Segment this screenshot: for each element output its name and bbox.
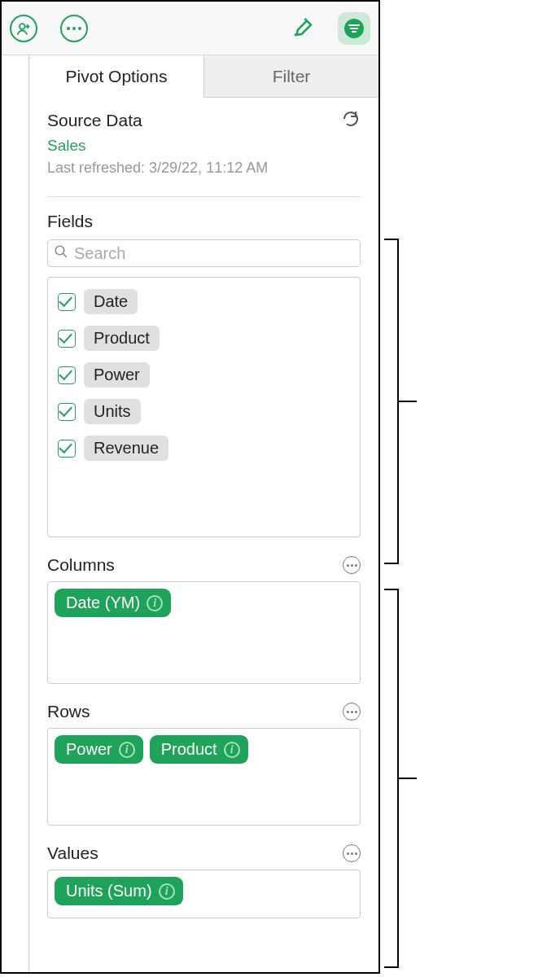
callout-bracket-layout — [384, 589, 399, 968]
tab-filter[interactable]: Filter — [204, 55, 378, 98]
field-chip[interactable]: Power — [84, 362, 150, 388]
field-row[interactable]: Date — [58, 289, 350, 314]
field-chip[interactable]: Revenue — [84, 436, 168, 461]
field-chip[interactable]: Date — [84, 289, 138, 314]
organize-button[interactable] — [338, 12, 370, 45]
source-table-link[interactable]: Sales — [47, 137, 361, 155]
field-pill[interactable]: Poweri — [55, 735, 143, 764]
callout-tick-layout — [399, 778, 417, 779]
columns-more-icon[interactable] — [343, 556, 361, 574]
search-icon — [54, 244, 68, 262]
tabs: Pivot Options Filter — [29, 55, 378, 98]
fields-list: DateProductPowerUnitsRevenue — [47, 277, 361, 537]
field-row[interactable]: Power — [58, 362, 350, 388]
field-chip[interactable]: Units — [84, 399, 141, 424]
info-icon[interactable]: i — [159, 883, 175, 900]
more-icon[interactable] — [60, 15, 88, 42]
field-pill[interactable]: Producti — [150, 735, 248, 764]
rows-label: Rows — [47, 702, 90, 721]
pill-label: Power — [66, 740, 112, 759]
field-row[interactable]: Units — [58, 399, 350, 424]
values-more-icon[interactable] — [343, 844, 361, 862]
field-checkbox[interactable] — [58, 440, 76, 458]
fields-label: Fields — [47, 212, 361, 231]
field-checkbox[interactable] — [58, 403, 76, 421]
callout-bracket-fields — [384, 239, 399, 564]
left-gutter — [2, 55, 29, 972]
callout-tick-fields — [399, 401, 417, 402]
values-dropzone[interactable]: Units (Sum)i — [47, 870, 361, 918]
columns-label: Columns — [47, 555, 115, 575]
field-checkbox[interactable] — [58, 330, 76, 348]
svg-point-3 — [55, 246, 64, 255]
divider — [47, 196, 361, 197]
info-icon[interactable]: i — [147, 595, 163, 611]
info-icon[interactable]: i — [119, 742, 135, 758]
rows-more-icon[interactable] — [343, 703, 361, 721]
field-pill[interactable]: Units (Sum)i — [55, 877, 183, 905]
pill-label: Date (YM) — [66, 594, 140, 612]
field-pill[interactable]: Date (YM)i — [55, 589, 171, 617]
format-brush-icon[interactable] — [291, 15, 315, 42]
last-refreshed-text: Last refreshed: 3/29/22, 11:12 AM — [47, 160, 361, 177]
main: Pivot Options Filter Source Data Sales L… — [29, 55, 378, 972]
svg-line-4 — [63, 253, 67, 257]
svg-point-0 — [20, 24, 25, 29]
toolbar — [2, 2, 378, 55]
info-icon[interactable]: i — [224, 742, 240, 758]
add-person-icon[interactable] — [10, 15, 37, 42]
source-data-heading: Source Data — [47, 111, 142, 130]
tab-pivot-options[interactable]: Pivot Options — [29, 55, 204, 98]
field-checkbox[interactable] — [58, 366, 76, 384]
pill-label: Units (Sum) — [66, 882, 152, 900]
sidebar-panel: Pivot Options Filter Source Data Sales L… — [0, 0, 380, 974]
values-label: Values — [47, 843, 98, 863]
fields-search-input[interactable] — [47, 239, 361, 267]
pill-label: Product — [161, 740, 217, 759]
field-chip[interactable]: Product — [84, 326, 160, 351]
field-row[interactable]: Product — [58, 326, 350, 351]
columns-dropzone[interactable]: Date (YM)i — [47, 581, 361, 684]
field-checkbox[interactable] — [58, 293, 76, 311]
rows-dropzone[interactable]: PoweriProducti — [47, 728, 361, 826]
refresh-icon[interactable] — [341, 109, 361, 132]
field-row[interactable]: Revenue — [58, 436, 350, 461]
